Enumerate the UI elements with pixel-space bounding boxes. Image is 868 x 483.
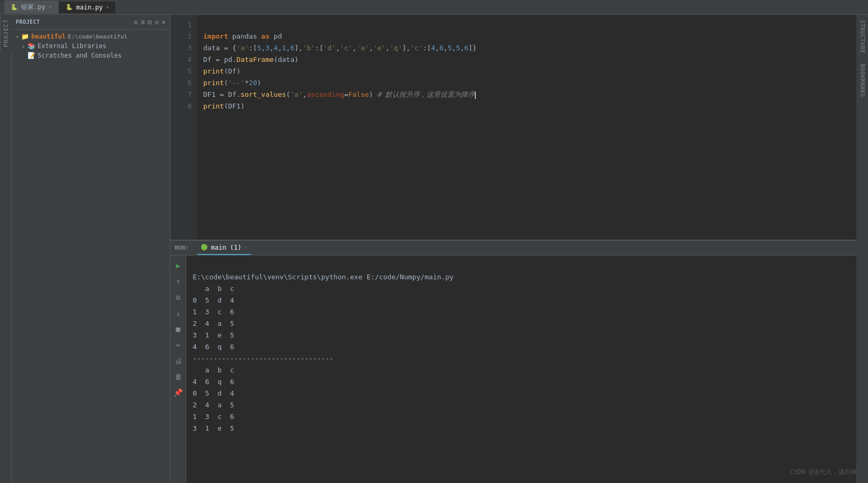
gear-icon[interactable]: ⚙: [134, 19, 138, 26]
run-settings-button[interactable]: ⚙: [173, 291, 184, 303]
tab-bar: 🐍 链家.py × 🐍 main.py ×: [4, 1, 115, 14]
run-clear-button[interactable]: 🗑: [173, 371, 184, 382]
output-line-8: 4 6 q 6: [193, 378, 234, 386]
scratches-icon: 📝: [28, 52, 35, 59]
main-layout: Project Project ⚙ ≡ ⊡ ⚙ × ▾ 📁 beautiful …: [0, 15, 868, 483]
run-scroll-up-button[interactable]: ↑: [173, 276, 184, 287]
run-toolbar: ▶ ↑ ⚙ ↓ ■ ⇔ 🖨 🗑 📌: [170, 256, 186, 483]
folder-icon-beautiful: 📁: [21, 33, 29, 40]
menu-icon[interactable]: ≡: [141, 19, 144, 26]
right-side-panel: Structure Bookmarks: [856, 15, 868, 483]
output-separator: ----------------------------------: [193, 354, 333, 362]
title-bar: 🐍 链家.py × 🐍 main.py ×: [0, 0, 868, 15]
sidebar: Project ⚙ ≡ ⊡ ⚙ × ▾ 📁 beautiful E:\code\…: [12, 15, 170, 483]
run-panel: Run: 🟢 main (1) × ▶ ↑ ⚙ ↓ ■ ⇔ 🖨 🗑: [170, 240, 856, 483]
structure-label[interactable]: Structure: [857, 15, 867, 59]
run-content-area: ▶ ↑ ⚙ ↓ ■ ⇔ 🖨 🗑 📌 E:\code\beautiful\venv…: [170, 256, 856, 483]
sidebar-item-beautiful-label: beautiful: [31, 33, 66, 40]
output-line-10: 2 4 a 5: [193, 401, 234, 409]
library-icon: 📚: [28, 42, 35, 50]
tab-main[interactable]: 🐍 main.py ×: [59, 2, 116, 13]
run-print-button[interactable]: 🖨: [173, 355, 184, 367]
watermark: CSDN @迷代人，递归神: [790, 468, 857, 477]
tab-lianjia-close[interactable]: ×: [49, 4, 52, 10]
collapse-arrow-libraries: ▸: [22, 43, 25, 49]
line-numbers: 1 2 3 4 5 6 7 8: [170, 15, 197, 240]
sidebar-item-scratches-label: Scratches and Consoles: [38, 52, 122, 59]
run-scroll-down-button[interactable]: ↓: [173, 307, 184, 319]
tab-main-label: main.py: [76, 4, 103, 11]
python-icon: 🐍: [11, 4, 18, 11]
code-content[interactable]: import pandas as pd data = {'a':[5,3,4,1…: [197, 15, 856, 240]
sidebar-item-external-libraries[interactable]: ▸ 📚 External Libraries: [12, 41, 170, 51]
run-tab-label: main (1): [211, 244, 242, 251]
tab-lianjia[interactable]: 🐍 链家.py ×: [4, 1, 58, 14]
run-tab-main[interactable]: 🟢 main (1) ×: [197, 241, 251, 255]
project-label[interactable]: Project: [0, 15, 12, 51]
run-wrap-button[interactable]: ⇔: [173, 339, 184, 351]
output-line-4: 2 4 a 5: [193, 320, 234, 327]
editor-area: 1 2 3 4 5 6 7 8 import pandas as pd data…: [170, 15, 856, 483]
settings-icon[interactable]: ⚙: [155, 19, 159, 26]
run-tab-bar: Run: 🟢 main (1) ×: [170, 241, 856, 256]
run-tab-icon: 🟢: [201, 244, 208, 251]
output-line-12: 3 1 e 5: [193, 424, 234, 432]
tab-lianjia-label: 链家.py: [21, 3, 46, 12]
close-sidebar-icon[interactable]: ×: [162, 19, 166, 26]
sidebar-item-beautiful-path: E:\code\beautiful: [68, 33, 128, 40]
output-line-9: 0 5 d 4: [193, 389, 234, 397]
run-stop-button[interactable]: ■: [173, 323, 184, 335]
output-line-6: 4 6 q 6: [193, 343, 234, 351]
expand-icon[interactable]: ⊡: [148, 19, 151, 26]
sidebar-item-beautiful[interactable]: ▾ 📁 beautiful E:\code\beautiful: [12, 32, 170, 41]
run-label: Run:: [175, 244, 189, 251]
python-icon-main: 🐍: [66, 4, 73, 11]
sidebar-item-scratches[interactable]: ▸ 📝 Scratches and Consoles: [12, 51, 170, 60]
run-command: E:\code\beautiful\venv\Scripts\python.ex…: [193, 273, 454, 281]
sidebar-tree: ▾ 📁 beautiful E:\code\beautiful ▸ 📚 Exte…: [12, 30, 170, 483]
run-pin-button[interactable]: 📌: [173, 387, 184, 398]
output-line-7: a b c: [193, 366, 234, 374]
tab-main-close[interactable]: ×: [106, 4, 109, 10]
output-line-3: 1 3 c 6: [193, 308, 234, 316]
run-play-button[interactable]: ▶: [173, 260, 184, 271]
collapse-arrow-beautiful: ▾: [16, 34, 19, 40]
code-editor[interactable]: 1 2 3 4 5 6 7 8 import pandas as pd data…: [170, 15, 856, 240]
sidebar-item-libraries-label: External Libraries: [38, 42, 106, 50]
console-output: E:\code\beautiful\venv\Scripts\python.ex…: [186, 256, 856, 483]
left-side-panel: Project: [0, 15, 12, 483]
bookmarks-label[interactable]: Bookmarks: [857, 59, 867, 103]
output-line-5: 3 1 e 5: [193, 331, 234, 339]
sidebar-title: Project: [16, 19, 40, 25]
run-tab-close[interactable]: ×: [245, 245, 247, 250]
output-line-11: 1 3 c 6: [193, 413, 234, 421]
sidebar-header-actions: ⚙ ≡ ⊡ ⚙ ×: [134, 19, 166, 26]
output-line-2: 0 5 d 4: [193, 296, 234, 304]
sidebar-header: Project ⚙ ≡ ⊡ ⚙ ×: [12, 15, 170, 30]
output-line-1: a b c: [193, 285, 234, 293]
